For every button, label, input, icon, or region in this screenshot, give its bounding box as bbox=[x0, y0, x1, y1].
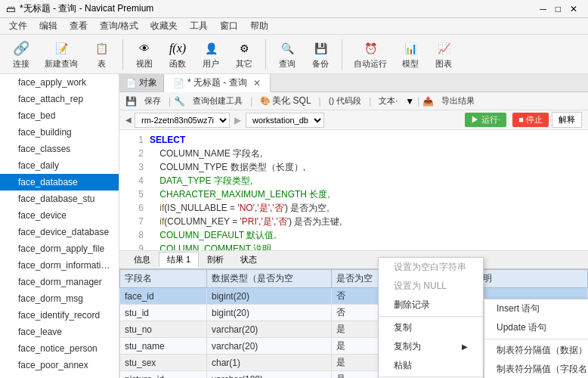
connection-select[interactable]: rm-2zetn83n05wz7i bbox=[135, 113, 230, 128]
sidebar-item-face-database-stu[interactable]: face_database_stu bbox=[0, 191, 119, 207]
results-tab-result[interactable]: 结果 1 bbox=[159, 252, 199, 268]
menu-view[interactable]: 查看 bbox=[63, 18, 94, 34]
title-bar: 🗃 *无标题 - 查询 - Navicat Premium ─ □ ✕ bbox=[0, 0, 588, 18]
cell-type: bigint(20) bbox=[206, 288, 331, 305]
database-select[interactable]: workstation_db bbox=[246, 113, 324, 128]
explain-button[interactable]: 解释 bbox=[552, 112, 582, 128]
sidebar-item-face-device[interactable]: face_device bbox=[0, 207, 119, 224]
menu-tools[interactable]: 工具 bbox=[184, 18, 214, 34]
menu-window[interactable]: 窗口 bbox=[214, 18, 244, 34]
sidebar-item-face-leave[interactable]: face_leave bbox=[0, 324, 119, 340]
chart-icon: 📈 bbox=[435, 39, 453, 57]
beautify-button[interactable]: 🎨 美化 SQL bbox=[255, 94, 315, 108]
sidebar-item-face-building[interactable]: face_building bbox=[0, 124, 119, 141]
cell-field: face_id bbox=[120, 288, 207, 305]
menu-favorites[interactable]: 收藏夹 bbox=[144, 18, 184, 34]
results-tab-profile[interactable]: 剖析 bbox=[199, 252, 232, 268]
maximize-btn[interactable]: □ bbox=[551, 4, 565, 14]
new-query-icon: 📝 bbox=[52, 39, 70, 57]
db-arrow-left: ◀ bbox=[125, 116, 132, 124]
sql-editor[interactable]: 1 SELECT 2 COLUMN_NAME 字段名, 3 COLUMN_TYP… bbox=[119, 130, 588, 251]
sub-update-stmt[interactable]: Update 语句 bbox=[484, 318, 588, 337]
menu-help[interactable]: 帮助 bbox=[244, 18, 274, 34]
editor-line-4: 4 DATA_TYPE 字段类型, bbox=[125, 174, 582, 187]
sub-separator bbox=[484, 339, 588, 339]
menu-file[interactable]: 文件 bbox=[3, 18, 33, 34]
menu-edit[interactable]: 编辑 bbox=[33, 18, 63, 34]
title-bar-icon: 🗃 bbox=[6, 4, 15, 14]
connect-button[interactable]: 🔗 连接 bbox=[6, 37, 36, 72]
sidebar-item-face-dorm-information[interactable]: face_dorm_informatio... bbox=[0, 257, 119, 274]
sidebar-item-face-poor-family[interactable]: face_poor_family bbox=[0, 373, 119, 378]
query-button[interactable]: 🔍 查询 bbox=[272, 37, 302, 72]
sidebar-item-face-classes[interactable]: face_classes bbox=[0, 141, 119, 157]
function-label: 函数 bbox=[169, 58, 186, 70]
model-label: 模型 bbox=[402, 58, 419, 70]
ctx-paste[interactable]: 粘贴 bbox=[379, 356, 483, 375]
table-icon: 📋 bbox=[92, 39, 110, 57]
sidebar-item-face-device-database[interactable]: face_device_database bbox=[0, 224, 119, 240]
minimize-btn[interactable]: ─ bbox=[535, 4, 551, 14]
tab-close-icon[interactable]: ✕ bbox=[253, 78, 261, 88]
other-label: 其它 bbox=[236, 58, 252, 70]
sidebar-item-face-daily[interactable]: face_daily bbox=[0, 157, 119, 174]
run-button[interactable]: ▶ 运行· bbox=[465, 113, 506, 127]
sidebar-item-face-bed[interactable]: face_bed bbox=[0, 107, 119, 124]
sidebar-item-face-notice-person[interactable]: face_notice_person bbox=[0, 340, 119, 357]
sidebar: face_apply_work face_attach_rep face_bed… bbox=[0, 74, 119, 378]
other-button[interactable]: ⚙ 其它 bbox=[229, 37, 259, 72]
snippet-button[interactable]: () 代码段 bbox=[324, 94, 366, 107]
close-btn[interactable]: ✕ bbox=[565, 4, 582, 14]
ctx-set-null-string[interactable]: 设置为空白字符串 bbox=[379, 258, 483, 277]
new-query-button[interactable]: 📝 新建查询 bbox=[39, 37, 83, 72]
sidebar-item-face-dorm-manager[interactable]: face_dorm_manager bbox=[0, 274, 119, 290]
save-button[interactable]: 保存 bbox=[140, 94, 166, 107]
stop-button[interactable]: ■ 停止 bbox=[512, 113, 549, 127]
model-button[interactable]: 📊 模型 bbox=[395, 37, 426, 72]
connect-label: 连接 bbox=[13, 58, 29, 70]
export-button[interactable]: 导出结果 bbox=[437, 94, 479, 107]
query-icon: 🔍 bbox=[278, 39, 296, 57]
backup-button[interactable]: 💾 备份 bbox=[305, 37, 336, 72]
results-tab-status[interactable]: 状态 bbox=[232, 252, 265, 268]
cell-field: stu_no bbox=[120, 321, 207, 338]
view-button[interactable]: 👁 视图 bbox=[129, 37, 159, 72]
autorun-label: 自动运行 bbox=[354, 58, 387, 70]
chart-label: 图表 bbox=[435, 58, 452, 70]
sidebar-item-face-identify-record[interactable]: face_identify_record bbox=[0, 307, 119, 324]
sidebar-item-face-apply-work[interactable]: face_apply_work bbox=[0, 74, 119, 91]
menu-query[interactable]: 查询/格式 bbox=[94, 18, 144, 34]
results-tab-info[interactable]: 信息 bbox=[125, 252, 159, 268]
user-label: 用户 bbox=[203, 58, 219, 70]
query-label: 查询 bbox=[279, 58, 296, 70]
sidebar-item-face-dorm-apply-file[interactable]: face_dorm_apply_file bbox=[0, 240, 119, 257]
autorun-button[interactable]: ⏰ 自动运行 bbox=[348, 37, 392, 72]
对象-label: 对象 bbox=[139, 76, 157, 89]
sidebar-item-face-poor-annex[interactable]: face_poor_annex bbox=[0, 357, 119, 373]
user-button[interactable]: 👤 用户 bbox=[196, 37, 226, 72]
ctx-copy-as[interactable]: 复制为 ▶ bbox=[379, 337, 483, 356]
function-button[interactable]: f(x) 函数 bbox=[162, 37, 193, 72]
sidebar-item-face-dorm-msg[interactable]: face_dorm_msg bbox=[0, 290, 119, 307]
editor-line-3: 3 COLUMN_TYPE 数据类型（长度）, bbox=[125, 160, 582, 174]
sub-insert-stmt[interactable]: Insert 语句 bbox=[484, 299, 588, 318]
ctx-copy[interactable]: 复制 bbox=[379, 318, 483, 337]
sidebar-item-face-attach-rep[interactable]: face_attach_rep bbox=[0, 91, 119, 107]
table-button[interactable]: 📋 表 bbox=[86, 37, 116, 72]
chart-button[interactable]: 📈 图表 bbox=[429, 37, 459, 72]
backup-label: 备份 bbox=[312, 58, 329, 70]
text-button[interactable]: 文本· bbox=[374, 94, 402, 107]
sub-tab-data[interactable]: 制表符分隔值（数据） bbox=[484, 341, 588, 360]
db-separator: ▶ bbox=[234, 115, 241, 125]
query-tab[interactable]: 📄 * 无标题 - 查询 ✕ bbox=[164, 74, 271, 92]
editor-line-8: 8 COLUMN_DEFAULT 默认值, bbox=[125, 228, 582, 242]
cell-field: picture_id bbox=[120, 371, 207, 379]
ctx-delete-record[interactable]: 删除记录 bbox=[379, 296, 483, 314]
col-header-field: 字段名 bbox=[120, 270, 207, 288]
ctx-set-null[interactable]: 设置为 NULL bbox=[379, 277, 483, 296]
query-builder-button[interactable]: 查询创建工具 bbox=[188, 94, 247, 107]
sidebar-item-face-database[interactable]: face_database bbox=[0, 174, 119, 191]
cell-type: varchar(20) bbox=[206, 338, 331, 355]
sub-tab-fields[interactable]: 制表符分隔值（字段名） bbox=[484, 360, 588, 378]
editor-line-2: 2 COLUMN_NAME 字段名, bbox=[125, 147, 582, 160]
